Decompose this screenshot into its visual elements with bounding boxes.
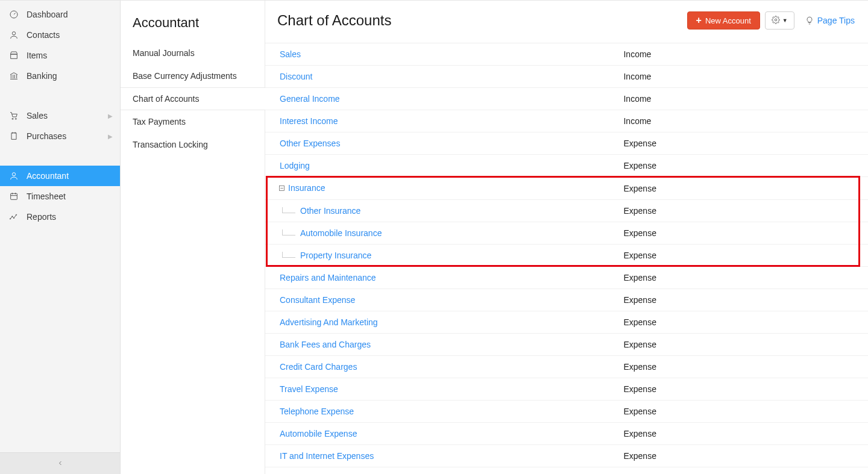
account-name-link[interactable]: Discount <box>280 72 312 81</box>
lightbulb-icon <box>805 16 814 25</box>
main-content: Chart of Accounts + New Account ▼ Page T… <box>265 1 868 474</box>
purchases-icon <box>8 131 19 142</box>
account-name-link[interactable]: IT and Internet Expenses <box>280 451 374 461</box>
page-tips-link[interactable]: Page Tips <box>805 16 855 25</box>
banking-icon <box>8 70 19 81</box>
table-row: LodgingExpense <box>265 155 868 177</box>
account-name-link[interactable]: Automobile Insurance <box>300 228 382 238</box>
account-type: Expense <box>616 356 868 378</box>
sidebar-item-contacts[interactable]: Contacts <box>0 25 120 45</box>
subnav-item[interactable]: Tax Payments <box>121 110 265 133</box>
sidebar-item-sales[interactable]: Sales▶ <box>0 105 120 126</box>
subnav-item[interactable]: Chart of Accounts <box>121 87 265 110</box>
sidebar-item-label: Contacts <box>27 30 60 40</box>
table-row: DiscountIncome <box>265 66 868 88</box>
account-name-link[interactable]: Travel Expense <box>280 384 338 394</box>
table-row: Travel ExpenseExpense <box>265 378 868 401</box>
chevron-right-icon: ▶ <box>108 113 113 119</box>
svg-rect-5 <box>11 193 17 199</box>
folder-collapse-icon[interactable] <box>277 184 286 193</box>
caret-down-icon: ▼ <box>782 17 788 23</box>
svg-point-3 <box>15 118 16 119</box>
subnav-item[interactable]: Base Currency Adjustments <box>121 64 265 87</box>
items-icon <box>8 50 19 61</box>
accountant-icon <box>8 170 19 181</box>
svg-point-1 <box>12 32 15 35</box>
account-type: Expense <box>616 177 868 200</box>
account-type: Expense <box>616 445 868 467</box>
account-name-link[interactable]: Other Insurance <box>300 206 360 216</box>
account-name-link[interactable]: Insurance <box>288 183 325 193</box>
sidebar-item-dashboard[interactable]: Dashboard <box>0 4 120 25</box>
account-name-link[interactable]: Bank Fees and Charges <box>280 340 371 349</box>
tree-line-icon <box>282 252 295 258</box>
svg-point-2 <box>12 118 13 119</box>
sidebar-item-purchases[interactable]: Purchases▶ <box>0 126 120 146</box>
table-row: Credit Card ChargesExpense <box>265 356 868 378</box>
sidebar-item-accountant[interactable]: Accountant <box>0 166 120 186</box>
sidebar-collapse-button[interactable] <box>0 452 120 474</box>
account-type: Expense <box>616 334 868 356</box>
subnav: Accountant Manual JournalsBase Currency … <box>121 1 265 474</box>
account-name-link[interactable]: Consultant Expense <box>280 295 355 305</box>
sidebar-item-banking[interactable]: Banking <box>0 66 120 86</box>
sidebar: DashboardContactsItemsBankingSales▶Purch… <box>0 1 121 474</box>
account-name-link[interactable]: Property Insurance <box>300 251 371 260</box>
account-name-link[interactable]: Credit Card Charges <box>280 362 357 372</box>
tree-line-icon <box>282 229 295 235</box>
sidebar-item-label: Purchases <box>27 131 66 141</box>
subnav-title: Accountant <box>121 11 265 42</box>
account-type: Income <box>616 88 868 110</box>
chevron-right-icon: ▶ <box>108 133 113 140</box>
sidebar-item-label: Banking <box>27 71 57 81</box>
contacts-icon <box>8 30 19 40</box>
account-name-link[interactable]: Other Expenses <box>280 139 340 148</box>
account-name-link[interactable]: Automobile Expense <box>280 429 357 438</box>
account-type: Expense <box>616 423 868 445</box>
sidebar-item-label: Timesheet <box>27 192 66 201</box>
sidebar-item-label: Reports <box>27 212 56 222</box>
account-name-link[interactable]: Repairs and Maintenance <box>280 273 376 282</box>
account-type: Income <box>616 66 868 88</box>
account-name-link[interactable]: General Income <box>280 94 340 104</box>
gear-icon <box>772 16 780 26</box>
account-type: Expense <box>616 245 868 267</box>
table-row: Other InsuranceExpense <box>265 200 868 222</box>
account-type: Expense <box>616 401 868 423</box>
account-type: Expense <box>616 289 868 311</box>
table-row: Rent ExpenseExpense <box>265 467 868 474</box>
subnav-item[interactable]: Manual Journals <box>121 42 265 64</box>
plus-icon: + <box>696 16 702 25</box>
sidebar-item-timesheet[interactable]: Timesheet <box>0 186 120 207</box>
account-type: Expense <box>616 467 868 474</box>
table-row: IT and Internet ExpensesExpense <box>265 445 868 467</box>
table-row: SalesIncome <box>265 43 868 66</box>
tree-line-icon <box>282 207 295 213</box>
account-type: Expense <box>616 311 868 334</box>
new-account-label: New Account <box>705 16 751 25</box>
svg-point-10 <box>775 19 777 21</box>
chevron-left-icon <box>57 459 64 469</box>
accounts-table-container[interactable]: SalesIncomeDiscountIncomeGeneral IncomeI… <box>265 43 868 474</box>
settings-dropdown-button[interactable]: ▼ <box>765 11 794 30</box>
account-type: Income <box>616 43 868 66</box>
dashboard-icon <box>8 9 19 20</box>
reports-icon <box>8 211 19 222</box>
account-type: Expense <box>616 378 868 401</box>
account-name-link[interactable]: Telephone Expense <box>280 407 354 416</box>
page-tips-label: Page Tips <box>817 16 855 25</box>
sidebar-item-label: Dashboard <box>27 10 68 19</box>
table-row: Advertising And MarketingExpense <box>265 311 868 334</box>
table-row: Consultant ExpenseExpense <box>265 289 868 311</box>
account-name-link[interactable]: Sales <box>280 49 301 59</box>
account-name-link[interactable]: Advertising And Marketing <box>280 317 378 327</box>
account-type: Expense <box>616 200 868 222</box>
subnav-item[interactable]: Transaction Locking <box>121 133 265 156</box>
account-name-link[interactable]: Lodging <box>280 161 310 170</box>
sidebar-item-items[interactable]: Items <box>0 45 120 66</box>
new-account-button[interactable]: + New Account <box>687 11 760 30</box>
account-name-link[interactable]: Interest Income <box>280 116 338 126</box>
sidebar-item-reports[interactable]: Reports <box>0 207 120 227</box>
table-row: Automobile InsuranceExpense <box>265 222 868 245</box>
main-header: Chart of Accounts + New Account ▼ Page T… <box>265 1 868 43</box>
